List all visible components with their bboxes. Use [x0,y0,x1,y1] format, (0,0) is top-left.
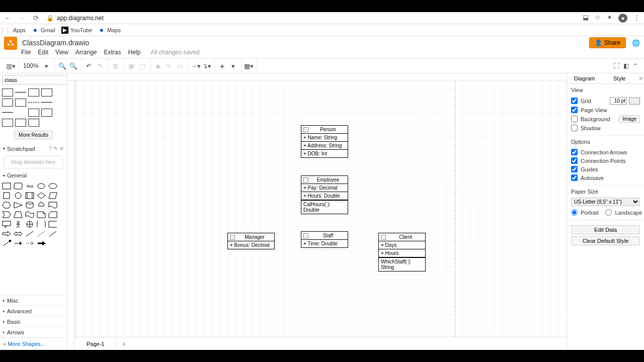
shape-arrow-line[interactable] [14,240,23,247]
forward-icon[interactable]: → [18,14,25,22]
shape-result[interactable] [2,119,13,127]
papersize-select[interactable]: US-Letter (8,5" x 11") [571,198,640,206]
grid-checkbox[interactable] [571,98,578,104]
shape-process[interactable] [25,192,34,199]
shape-line2[interactable] [48,230,57,237]
zoom-out-icon[interactable]: 🔍 [69,62,78,70]
conn-arrows-checkbox[interactable] [571,149,578,155]
back-icon[interactable]: ← [4,14,11,22]
collapse-icon[interactable]: − [303,127,308,132]
table-icon[interactable]: ▦▾ [245,62,254,70]
shape-line[interactable] [25,230,34,237]
shape-tape[interactable] [25,211,34,218]
undo-icon[interactable]: ↶ [85,62,94,70]
scratchpad-dropzone[interactable]: Drag elements here [4,156,63,168]
shadow-icon[interactable]: ▭ [176,62,185,70]
collapse-icon[interactable]: − [303,233,308,238]
scratchpad-header[interactable]: ▾Scratchpad ? ✎ ✕ [0,143,67,154]
shape-biarrow[interactable] [14,230,23,237]
arrows-section[interactable]: ▸Arrows [0,327,67,337]
browser-menu-icon[interactable]: ⋮ [633,14,640,23]
shape-rounded[interactable] [14,183,23,190]
shape-result[interactable] [2,88,13,97]
shape-document[interactable] [48,202,57,209]
fill-icon[interactable]: ◆ [153,62,163,70]
grid-size-input[interactable] [610,97,627,105]
shape-thick-arrow[interactable] [37,240,46,247]
class-person[interactable]: −Person + Name: String + Address: String… [301,125,348,158]
page-tab[interactable]: Page-1 [75,339,116,349]
zoom-value[interactable]: 100% [22,62,40,69]
share-button[interactable]: 👤 Share [589,37,626,48]
image-button[interactable]: Image [619,115,640,123]
fullscreen-icon[interactable]: ⛶ [613,62,619,69]
background-checkbox[interactable] [571,116,578,122]
delete-icon[interactable]: 🗑 [111,62,120,70]
shape-trapezoid[interactable] [14,211,23,218]
landscape-radio[interactable] [605,209,612,216]
to-front-icon[interactable]: ▣ [127,62,136,70]
shape-result[interactable] [15,99,26,107]
shape-note[interactable] [37,211,46,218]
menu-view[interactable]: View [55,49,68,56]
bookmark-star-icon[interactable]: ☆ [595,14,601,23]
bookmark-youtube[interactable]: ▶YouTube [61,27,92,34]
shape-result[interactable] [41,109,52,117]
bookmark-maps[interactable]: ◆Maps [98,27,121,34]
class-manager[interactable]: −Manager + Bonus: Decimal [227,233,275,249]
url-bar[interactable]: 🔒 app.diagrams.net [46,15,104,22]
shape-callout[interactable] [2,221,11,228]
class-employee[interactable]: −Employee + Pay: Decimal + Hours: Double… [301,175,348,214]
shape-cloud[interactable] [37,202,46,209]
shape-result[interactable] [2,112,13,113]
shape-parallelogram[interactable] [48,192,57,199]
shape-dashed[interactable] [37,230,46,237]
shape-result[interactable] [15,112,26,114]
shape-result[interactable] [41,88,52,97]
add-page-button[interactable]: + [116,340,132,348]
collapse-icon[interactable]: − [230,235,235,240]
shape-result[interactable] [15,92,26,93]
clear-default-style-button[interactable]: Clear Default Style [571,236,640,245]
view-mode-icon[interactable]: ▥▾ [6,62,15,70]
redo-icon[interactable]: ↷ [96,62,105,70]
close-panel-icon[interactable]: ✕ [637,73,644,83]
more-shapes-button[interactable]: +More Shapes... [0,337,67,350]
tab-style[interactable]: Style [602,73,637,83]
shape-result[interactable] [28,119,39,127]
class-client[interactable]: −Client + Days + Hours WhichStaff( ): St… [378,233,426,272]
document-title[interactable]: ClassDiagram.drawio [22,39,89,47]
extensions-icon[interactable]: ✦ [607,14,612,23]
bookmark-gmail[interactable]: ◆Gmail [32,27,55,34]
shape-dash-arrow[interactable] [25,240,34,247]
waypoint-icon[interactable]: ↴▾ [202,62,211,70]
class-staff[interactable]: −Staff + Time: Double [301,231,348,248]
shape-ellipse[interactable] [37,183,46,190]
autosave-checkbox[interactable] [571,174,578,181]
shape-text[interactable]: Text [25,183,34,190]
shape-diamond[interactable] [37,192,46,199]
format-panel-icon[interactable]: ◧ [623,62,629,69]
shape-and[interactable] [37,221,46,228]
shape-circle[interactable] [14,192,23,199]
advanced-section[interactable]: ▸Advanced [0,306,67,316]
menu-edit[interactable]: Edit [38,49,48,56]
shape-result[interactable] [28,88,39,97]
shape-square[interactable] [2,192,11,199]
shape-arrow[interactable] [2,230,11,237]
menu-arrange[interactable]: Arrange [75,49,97,56]
chevron-down-icon[interactable]: ▾ [42,62,51,70]
reload-icon[interactable]: ⟳ [32,14,39,22]
shape-result[interactable] [41,102,52,103]
shape-or[interactable] [25,221,34,228]
avatar[interactable]: ● [618,14,627,23]
menu-file[interactable]: File [21,49,31,56]
shape-card[interactable] [48,211,57,218]
collapse-icon[interactable]: − [303,177,308,183]
menu-help[interactable]: Help [128,49,141,56]
shape-ellipse[interactable] [48,183,57,190]
connection-icon[interactable]: →▾ [191,62,200,70]
pageview-checkbox[interactable] [571,107,578,113]
install-icon[interactable]: ⬓ [583,14,589,23]
general-header[interactable]: ▾General [0,170,67,180]
